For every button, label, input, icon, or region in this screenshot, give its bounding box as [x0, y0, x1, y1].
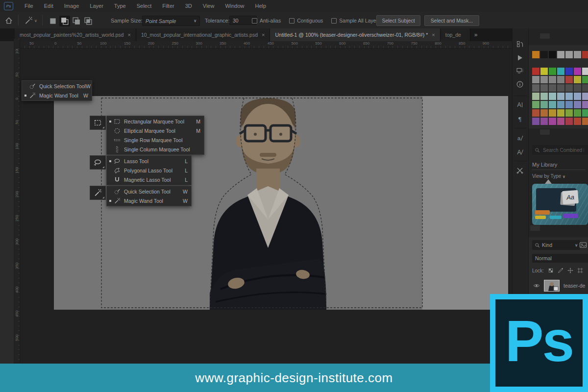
- panel-tab[interactable]: [540, 129, 550, 135]
- document-tab[interactable]: 10_most_popular_international_graphic_ar…: [136, 28, 270, 41]
- color-swatch[interactable]: [532, 51, 539, 58]
- color-swatch[interactable]: [540, 84, 548, 92]
- color-swatch[interactable]: [582, 118, 588, 125]
- color-swatch[interactable]: [549, 76, 556, 83]
- color-swatch[interactable]: [540, 101, 548, 108]
- select-subject-button[interactable]: Select Subject: [376, 15, 420, 26]
- color-swatch[interactable]: [532, 68, 539, 75]
- color-swatch[interactable]: [565, 51, 573, 58]
- menu-item[interactable]: File: [19, 0, 39, 12]
- color-swatch[interactable]: [574, 118, 581, 125]
- color-swatch[interactable]: [557, 84, 564, 92]
- color-swatch[interactable]: [532, 101, 539, 108]
- menu-item[interactable]: Layer: [84, 0, 109, 12]
- color-swatch[interactable]: [565, 109, 573, 117]
- color-swatch[interactable]: [532, 109, 539, 117]
- color-swatch[interactable]: [549, 93, 556, 100]
- export-panel-icon[interactable]: [516, 67, 525, 75]
- color-swatch[interactable]: [574, 109, 581, 117]
- marquee-tool-button[interactable]: [90, 116, 106, 130]
- glyphs-alt-panel-icon[interactable]: A: [516, 148, 525, 157]
- lock-artboard-icon[interactable]: [577, 268, 583, 273]
- glyphs-panel-icon[interactable]: a: [516, 134, 525, 143]
- flyout-menu-item[interactable]: Magic Wand Tool W: [22, 91, 92, 100]
- color-swatch[interactable]: [574, 93, 581, 100]
- color-swatch[interactable]: [549, 51, 556, 58]
- color-swatch[interactable]: [574, 76, 581, 83]
- actions-panel-icon[interactable]: [516, 54, 525, 63]
- blend-mode-select[interactable]: Normal: [532, 254, 588, 263]
- color-swatch[interactable]: [540, 93, 548, 100]
- color-swatch[interactable]: [582, 109, 588, 117]
- sample-size-select[interactable]: Point Sample ∨: [142, 16, 200, 26]
- panel-tab[interactable]: [530, 33, 540, 39]
- color-swatch[interactable]: [582, 51, 588, 58]
- layer-filter-select[interactable]: Kind ∨: [532, 240, 580, 250]
- lock-paint-icon[interactable]: [558, 268, 564, 273]
- flyout-menu-item[interactable]: Rectangular Marquee Tool M: [107, 117, 204, 126]
- document-tab[interactable]: most_popular_painters%20_artists_world.p…: [15, 28, 136, 41]
- active-tool-icon[interactable]: [24, 16, 33, 25]
- wand-tool-button[interactable]: [90, 186, 106, 200]
- panel-tab[interactable]: [530, 225, 540, 231]
- color-swatch[interactable]: [565, 84, 573, 92]
- flyout-menu-item[interactable]: Elliptical Marquee Tool M: [107, 126, 204, 135]
- menu-item[interactable]: Window: [220, 0, 249, 12]
- tab-overflow-icon[interactable]: »: [474, 28, 478, 41]
- color-swatch[interactable]: [574, 51, 581, 58]
- add-selection-mode-button[interactable]: [59, 16, 70, 26]
- close-icon[interactable]: ×: [262, 32, 265, 38]
- tool-preset-caret-icon[interactable]: ∨: [34, 19, 37, 23]
- flyout-menu-item[interactable]: Quick Selection Tool W: [107, 187, 191, 196]
- panel-tab[interactable]: [540, 225, 550, 231]
- filter-image-icon[interactable]: [579, 241, 587, 249]
- flyout-menu-item[interactable]: Polygonal Lasso Tool L: [107, 166, 191, 175]
- color-swatch[interactable]: [549, 109, 556, 117]
- library-search-input[interactable]: [532, 145, 588, 155]
- paragraph-panel-icon[interactable]: ¶: [516, 115, 525, 123]
- character-panel-icon[interactable]: A: [516, 101, 525, 110]
- menu-item[interactable]: Select: [131, 0, 157, 12]
- panel-tab[interactable]: [530, 129, 540, 135]
- document-tab[interactable]: Untitled-1 @ 100% (teaser-designer-olive…: [270, 28, 440, 41]
- panel-tab[interactable]: [540, 33, 550, 39]
- color-swatch[interactable]: [540, 118, 548, 125]
- lasso-tool-button[interactable]: [90, 155, 106, 170]
- flyout-menu-item[interactable]: Magnetic Lasso Tool L: [107, 175, 191, 184]
- color-swatch[interactable]: [574, 68, 581, 75]
- color-swatch[interactable]: [540, 51, 548, 58]
- lock-move-icon[interactable]: [567, 268, 573, 273]
- new-selection-mode-button[interactable]: [48, 16, 58, 26]
- color-swatch[interactable]: [549, 118, 556, 125]
- color-swatch[interactable]: [582, 93, 588, 100]
- color-swatch[interactable]: [532, 118, 539, 125]
- close-icon[interactable]: ×: [127, 32, 130, 38]
- color-swatch[interactable]: [565, 68, 573, 75]
- view-by-type[interactable]: View by Type ∨: [532, 173, 565, 179]
- menu-item[interactable]: View: [197, 0, 220, 12]
- flyout-menu-item[interactable]: Single Column Marquee Tool: [107, 145, 204, 154]
- color-swatch[interactable]: [540, 109, 548, 117]
- document-tab[interactable]: top_de: [441, 28, 470, 41]
- color-swatch[interactable]: [557, 68, 564, 75]
- menu-item[interactable]: Edit: [39, 0, 59, 12]
- checkbox[interactable]: Sample All Layers: [331, 18, 380, 24]
- app-logo-icon[interactable]: Ps: [4, 2, 13, 10]
- color-swatch[interactable]: [574, 84, 581, 92]
- info-panel-icon[interactable]: [516, 80, 525, 89]
- menu-item[interactable]: Type: [109, 0, 131, 12]
- color-swatch[interactable]: [582, 84, 588, 92]
- color-swatch[interactable]: [565, 118, 573, 125]
- flyout-menu-item[interactable]: Magic Wand Tool W: [107, 196, 191, 205]
- color-swatch[interactable]: [557, 118, 564, 125]
- flyout-menu-item[interactable]: Quick Selection Tool W: [22, 81, 92, 91]
- subtract-selection-mode-button[interactable]: [71, 16, 82, 26]
- color-swatch[interactable]: [540, 76, 548, 83]
- color-swatch[interactable]: [565, 76, 573, 83]
- color-swatch[interactable]: [557, 51, 564, 58]
- flyout-menu-item[interactable]: Single Row Marquee Tool: [107, 135, 204, 145]
- checkbox[interactable]: Anti-alias: [252, 18, 281, 24]
- color-swatch[interactable]: [532, 76, 539, 83]
- intersect-selection-mode-button[interactable]: [83, 16, 94, 26]
- visibility-eye-icon[interactable]: [533, 282, 540, 289]
